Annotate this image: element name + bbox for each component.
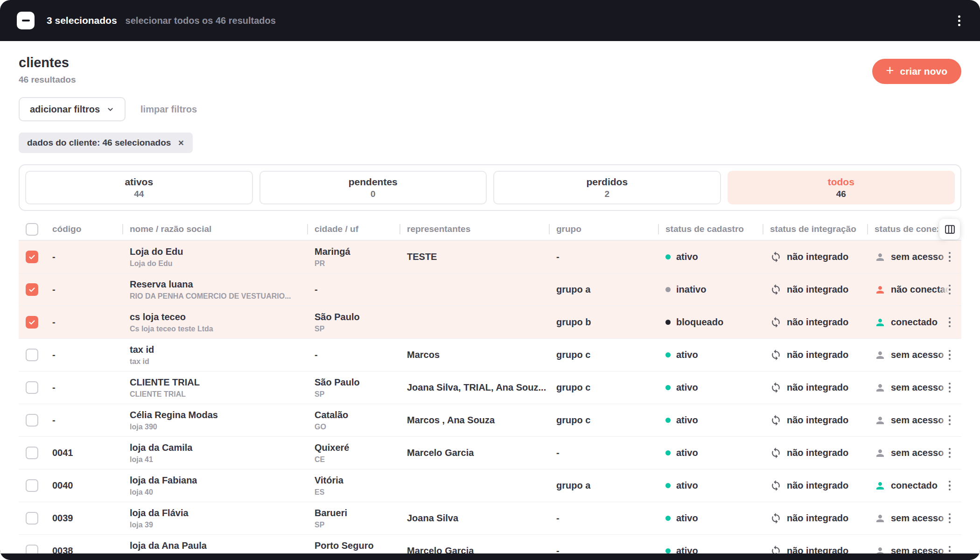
integration-status: não integrado xyxy=(787,252,848,262)
cell-conexao: sem acesso xyxy=(867,404,938,436)
row-checkbox[interactable] xyxy=(26,381,38,394)
row-checkbox-cell xyxy=(19,339,45,371)
city: - xyxy=(315,284,318,295)
selected-count-label: 3 selecionados xyxy=(47,15,117,26)
status-dot xyxy=(665,320,671,325)
status-dot xyxy=(665,516,671,521)
cell-cidade: - xyxy=(307,339,399,371)
row-checkbox-cell xyxy=(19,404,45,436)
sync-icon xyxy=(770,512,782,524)
table-row[interactable]: - tax id tax id - Marcos grupo c ativo n… xyxy=(19,339,961,371)
toolbar-menu-button[interactable] xyxy=(955,13,963,29)
clear-filters-link[interactable]: limpar filtros xyxy=(140,104,197,115)
uf: ES xyxy=(315,488,324,497)
status-dot xyxy=(665,548,671,553)
table-row[interactable]: - Reserva luana RIO DA PENHA COMERCIO DE… xyxy=(19,273,961,306)
client-legal-name: loja 41 xyxy=(130,455,153,464)
row-checkbox[interactable] xyxy=(26,447,38,459)
tab-count: 44 xyxy=(134,189,144,199)
row-menu-button[interactable] xyxy=(946,445,954,461)
row-menu-button[interactable] xyxy=(946,543,954,553)
registration-status: ativo xyxy=(676,252,698,262)
status-dot xyxy=(665,287,671,292)
representatives: Marcelo Garcia xyxy=(399,535,549,553)
registration-status: ativo xyxy=(676,382,698,393)
remove-filter-icon[interactable]: ✕ xyxy=(178,139,184,147)
filter-chip[interactable]: dados do cliente: 46 selecionados ✕ xyxy=(19,133,193,153)
table-row[interactable]: 0040 loja da Fabiana loja 40 Vitória ES … xyxy=(19,469,961,502)
cell-nome: loja da Ana Paula loja 38 xyxy=(122,535,307,553)
client-name: loja da Flávia xyxy=(130,507,189,519)
representatives: Marcos xyxy=(399,339,549,371)
row-checkbox[interactable] xyxy=(26,283,38,296)
row-checkbox[interactable] xyxy=(26,479,38,492)
row-menu-button[interactable] xyxy=(946,315,954,330)
row-checkbox[interactable] xyxy=(26,316,38,329)
cell-cadastro: ativo xyxy=(658,241,763,273)
column-picker-button[interactable] xyxy=(939,219,960,239)
tab-ativos[interactable]: ativos 44 xyxy=(25,171,253,204)
row-menu-button[interactable] xyxy=(946,478,954,494)
row-checkbox[interactable] xyxy=(26,512,38,525)
cell-nome: Reserva luana RIO DA PENHA COMERCIO DE V… xyxy=(122,273,307,306)
status-dot xyxy=(665,254,671,259)
tab-pendentes[interactable]: pendentes 0 xyxy=(259,171,487,204)
select-all-checkbox[interactable] xyxy=(17,12,35,29)
group: - xyxy=(549,535,658,553)
row-checkbox[interactable] xyxy=(26,414,38,427)
row-checkbox[interactable] xyxy=(26,349,38,361)
cell-codigo: 0041 xyxy=(45,437,122,469)
row-menu-button[interactable] xyxy=(946,413,954,428)
create-new-button[interactable]: + criar novo xyxy=(872,59,961,84)
page-content: clientes 46 resultados + criar novo adic… xyxy=(0,41,980,553)
connection-status: sem acesso xyxy=(891,350,944,360)
cell-codigo: - xyxy=(45,241,122,273)
header-select-all-checkbox[interactable] xyxy=(26,223,38,236)
client-name: Reserva luana xyxy=(130,279,193,290)
row-menu-cell xyxy=(938,273,961,306)
row-checkbox-cell xyxy=(19,273,45,306)
row-menu-button[interactable] xyxy=(946,282,954,298)
page-header: clientes 46 resultados + criar novo xyxy=(19,55,961,85)
check-icon xyxy=(28,286,36,294)
tab-perdidos[interactable]: perdidos 2 xyxy=(493,171,721,204)
table-row[interactable]: 0039 loja da Flávia loja 39 Barueri SP J… xyxy=(19,502,961,535)
header-checkbox-cell xyxy=(19,218,45,240)
cell-cidade: Quixeré CE xyxy=(307,437,399,469)
registration-status: ativo xyxy=(676,448,698,458)
row-menu-button[interactable] xyxy=(946,347,954,363)
table-row[interactable]: 0041 loja da Camila loja 41 Quixeré CE M… xyxy=(19,437,961,469)
client-legal-name: loja 40 xyxy=(130,488,153,497)
table-row[interactable]: - Célia Regina Modas loja 390 Catalão GO… xyxy=(19,404,961,437)
uf: BA xyxy=(315,553,325,553)
representatives: Marcelo Garcia xyxy=(399,437,549,469)
row-checkbox-cell xyxy=(19,535,45,553)
table-row[interactable]: - Loja do Edu Loja do Edu Maringá PR TES… xyxy=(19,241,961,273)
plus-icon: + xyxy=(886,64,894,77)
row-menu-button[interactable] xyxy=(946,511,954,526)
cell-nome: loja da Camila loja 41 xyxy=(122,437,307,469)
client-name: tax id xyxy=(130,344,154,356)
cell-conexao: sem acesso xyxy=(867,535,938,553)
select-all-results-link[interactable]: selecionar todos os 46 resultados xyxy=(126,15,276,26)
row-menu-button[interactable] xyxy=(946,249,954,265)
cell-cidade: Maringá PR xyxy=(307,241,399,273)
row-menu-button[interactable] xyxy=(946,380,954,396)
table-row[interactable]: 0038 loja da Ana Paula loja 38 Porto Seg… xyxy=(19,535,961,553)
add-filters-button[interactable]: adicionar filtros xyxy=(19,97,126,121)
row-checkbox[interactable] xyxy=(26,545,38,553)
person-icon xyxy=(875,415,886,426)
cell-nome: loja da Flávia loja 39 xyxy=(122,502,307,534)
uf: SP xyxy=(315,520,324,529)
group: grupo a xyxy=(549,469,658,502)
cell-conexao: sem acesso xyxy=(867,371,938,404)
tab-todos[interactable]: todos 46 xyxy=(728,171,955,204)
status-dot xyxy=(665,418,671,423)
city: São Paulo xyxy=(315,311,360,323)
table-row[interactable]: - CLIENTE TRIAL CLIENTE TRIAL São Paulo … xyxy=(19,371,961,404)
sync-icon xyxy=(770,447,782,459)
integration-status: não integrado xyxy=(787,448,848,458)
table-row[interactable]: - cs loja teceo Cs loja teceo teste Ltda… xyxy=(19,306,961,339)
row-checkbox-cell xyxy=(19,241,45,273)
row-checkbox[interactable] xyxy=(26,251,38,263)
